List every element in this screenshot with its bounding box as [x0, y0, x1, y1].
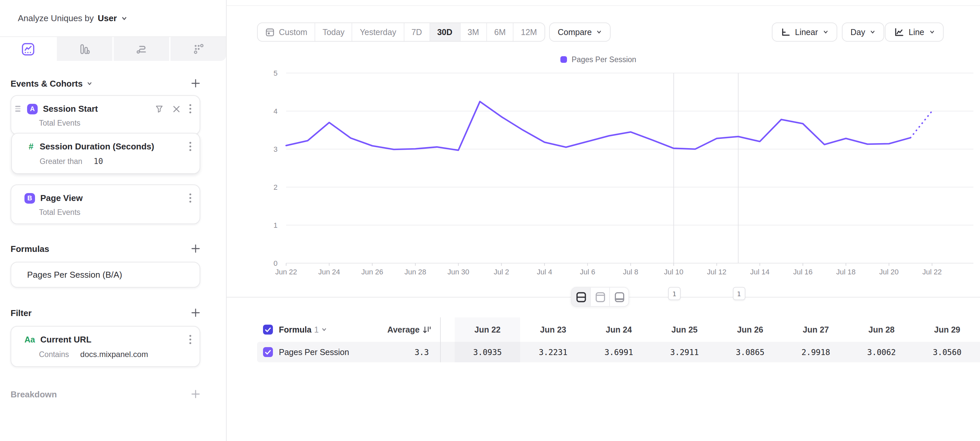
event-card-page-view[interactable]: B Page View Total Events — [11, 185, 200, 224]
column-header-jun-26[interactable]: Jun 26 — [718, 317, 783, 342]
add-event-button[interactable] — [191, 79, 200, 88]
bar-chart-icon — [78, 42, 92, 56]
column-header-jun-28[interactable]: Jun 28 — [849, 317, 915, 342]
filter-value[interactable]: docs.mixpanel.com — [80, 350, 148, 359]
property-operator[interactable]: Greater than — [40, 158, 82, 165]
annotation-marker[interactable]: 1 — [668, 287, 681, 300]
svg-text:0: 0 — [274, 259, 278, 267]
layout-chart-only-button[interactable] — [591, 288, 610, 306]
add-formula-button[interactable] — [191, 244, 200, 253]
layout-split-view-button[interactable] — [572, 288, 591, 306]
range-button-custom[interactable]: Custom — [258, 23, 315, 41]
svg-text:4: 4 — [274, 107, 278, 115]
plus-icon — [191, 308, 200, 317]
event-metric[interactable]: Total Events — [39, 119, 80, 127]
svg-text:Jun 22: Jun 22 — [275, 268, 297, 276]
cell-value: 3.0062 — [849, 342, 915, 362]
event-card-session-start[interactable]: A Session Start Total Events — [11, 95, 200, 135]
svg-text:Jul 14: Jul 14 — [750, 268, 770, 276]
cell-value: 3.0865 — [718, 342, 783, 362]
tab-insights-line-chart[interactable] — [0, 37, 57, 61]
event-metric[interactable]: Total Events — [39, 208, 80, 216]
tab-scatter[interactable] — [170, 37, 226, 61]
event-name[interactable]: Session Start — [43, 104, 150, 114]
formula-card[interactable]: Pages Per Session (B/A) — [11, 262, 200, 288]
property-value[interactable]: 10 — [94, 157, 103, 166]
analyze-label: Analyze Uniques by — [18, 13, 94, 23]
kebab-menu-icon[interactable] — [189, 193, 192, 203]
table-only-icon — [614, 291, 624, 302]
formula-expression[interactable]: Pages Per Session (B/A) — [27, 270, 122, 280]
layout-table-only-button[interactable] — [610, 288, 628, 306]
range-button-6m[interactable]: 6M — [487, 23, 514, 41]
column-header-jun-23[interactable]: Jun 23 — [520, 317, 586, 342]
add-breakdown-button[interactable] — [191, 389, 200, 399]
svg-text:2: 2 — [274, 183, 278, 191]
svg-text:Jun 24: Jun 24 — [318, 268, 340, 276]
chart-legend[interactable]: Pages Per Session — [560, 56, 636, 64]
column-header-jun-24[interactable]: Jun 24 — [586, 317, 652, 342]
svg-text:Jul 4: Jul 4 — [537, 268, 552, 276]
range-button-today[interactable]: Today — [315, 23, 353, 41]
column-header-jun-27[interactable]: Jun 27 — [783, 317, 849, 342]
scale-button[interactable]: Linear — [772, 22, 837, 41]
scale-label: Linear — [795, 27, 818, 37]
date-range-group: CustomTodayYesterday7D30D3M6M12M — [257, 22, 545, 41]
formula-column-dropdown[interactable]: Formula 1 — [279, 325, 328, 334]
range-button-7d[interactable]: 7D — [404, 23, 430, 41]
filter-property-name[interactable]: Current URL — [40, 334, 184, 344]
kebab-menu-icon[interactable] — [189, 104, 192, 114]
annotation-marker[interactable]: 1 — [732, 287, 745, 300]
cell-value: 3.2911 — [652, 342, 718, 362]
granularity-label: Day — [851, 27, 865, 37]
drag-handle-icon[interactable] — [15, 106, 21, 112]
svg-text:Jul 8: Jul 8 — [623, 268, 638, 276]
layout-toggle-group — [571, 287, 629, 307]
row-checkbox[interactable] — [263, 347, 273, 357]
chevron-down-icon[interactable] — [87, 80, 92, 86]
filter-card-current-url[interactable]: Aa Current URL Contains docs.mixpanel.co… — [11, 326, 200, 367]
table-column-divider — [440, 317, 441, 362]
tab-bar-chart[interactable] — [57, 37, 114, 61]
filter-funnel-icon[interactable] — [154, 104, 164, 113]
svg-text:5: 5 — [274, 69, 278, 77]
add-filter-button[interactable] — [191, 308, 200, 317]
column-header-jun-22[interactable]: Jun 22 — [455, 317, 520, 342]
analyze-by-dropdown[interactable]: User — [98, 13, 117, 23]
range-button-3m[interactable]: 3M — [460, 23, 487, 41]
property-card-session-duration[interactable]: # Session Duration (Seconds) Greater tha… — [11, 133, 200, 174]
svg-text:3: 3 — [274, 145, 278, 153]
cell-value: 3.6991 — [586, 342, 652, 362]
range-button-12m[interactable]: 12M — [514, 23, 544, 41]
chevron-down-icon — [321, 326, 328, 333]
legend-swatch — [560, 56, 567, 63]
kebab-menu-icon[interactable] — [189, 142, 192, 151]
tab-flows[interactable] — [114, 37, 170, 61]
column-header-jun-29[interactable]: Jun 29 — [914, 317, 980, 342]
chart-style-button[interactable]: Line — [885, 22, 943, 41]
cell-value: 3.0560 — [914, 342, 980, 362]
range-button-30d[interactable]: 30D — [430, 23, 460, 41]
event-badge: B — [24, 193, 35, 203]
range-button-yesterday[interactable]: Yesterday — [353, 23, 404, 41]
legend-label: Pages Per Session — [572, 56, 636, 64]
average-sort-header[interactable]: Average — [387, 325, 440, 334]
line-chart-icon — [21, 42, 35, 56]
filter-operator[interactable]: Contains — [39, 350, 69, 358]
event-name[interactable]: Page View — [40, 193, 184, 203]
cell-value: 3.2231 — [520, 342, 586, 362]
split-view-icon — [576, 291, 586, 302]
close-icon[interactable] — [172, 105, 180, 113]
svg-text:Jul 18: Jul 18 — [836, 268, 856, 276]
table-row-pages-per-session[interactable]: Pages Per Session 3.3 3.09353.22313.6991… — [257, 342, 980, 362]
row-series-name: Pages Per Session — [279, 347, 349, 357]
compare-button[interactable]: Compare — [549, 22, 611, 41]
granularity-button[interactable]: Day — [842, 22, 884, 41]
property-name[interactable]: Session Duration (Seconds) — [40, 142, 184, 151]
kebab-menu-icon[interactable] — [189, 334, 192, 344]
plus-icon — [191, 244, 200, 253]
column-header-jun-25[interactable]: Jun 25 — [652, 317, 718, 342]
select-all-checkbox[interactable] — [263, 325, 273, 334]
scatter-dots-icon — [191, 42, 205, 56]
line-chart[interactable]: 012345Jun 22Jun 24Jun 26Jun 28Jun 30Jul … — [227, 66, 980, 286]
